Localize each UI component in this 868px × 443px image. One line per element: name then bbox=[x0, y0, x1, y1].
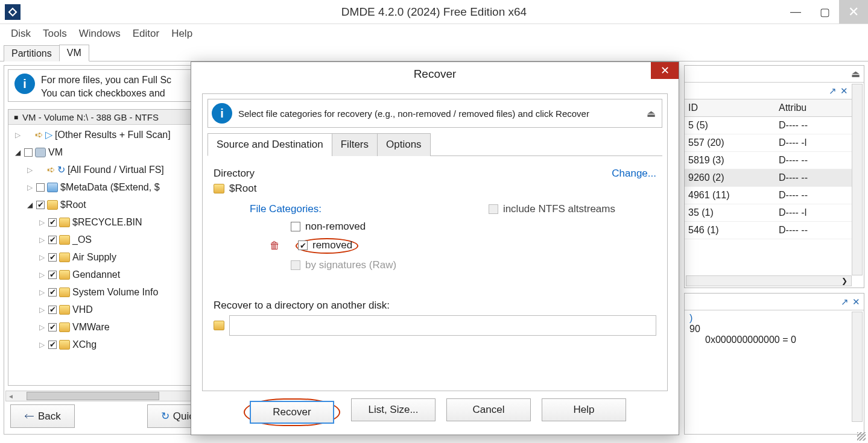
checkbox[interactable] bbox=[36, 166, 45, 174]
table-row[interactable]: 5 (5)D---- -- bbox=[685, 117, 852, 134]
folder-icon bbox=[59, 270, 70, 280]
close-icon[interactable]: ✕ bbox=[840, 86, 848, 96]
by-signatures-label: by signatures (Raw) bbox=[305, 259, 396, 271]
recover-destination-input[interactable] bbox=[229, 315, 656, 336]
eject-icon[interactable]: ⏏ bbox=[851, 68, 860, 80]
tree-label: [All Found / Virtual FS] bbox=[68, 165, 164, 175]
refresh-icon: ↻ bbox=[161, 410, 169, 423]
resize-grip[interactable] bbox=[857, 432, 866, 441]
table-row[interactable]: 4961 (11)D---- -- bbox=[685, 187, 852, 204]
expander-icon[interactable]: ▷ bbox=[37, 323, 46, 331]
menu-bar: Disk Tools Windows Editor Help bbox=[0, 24, 868, 43]
tab-options[interactable]: Options bbox=[377, 133, 431, 156]
change-link[interactable]: Change... bbox=[612, 168, 656, 180]
popout-icon[interactable]: ↗ bbox=[841, 297, 849, 307]
right-bottom-toolbar: ↗ ✕ bbox=[685, 294, 864, 310]
eject-icon[interactable]: ⏏ bbox=[647, 108, 656, 119]
expander-icon[interactable]: ▷ bbox=[37, 218, 46, 227]
checkbox[interactable] bbox=[48, 323, 57, 331]
table-row[interactable]: 35 (1)D---- -l bbox=[685, 204, 852, 222]
tree-label: $RECYCLE.BIN bbox=[72, 217, 142, 228]
recover-dialog: Recover ✕ i Select file categories for r… bbox=[191, 61, 679, 435]
dialog-close-button[interactable]: ✕ bbox=[651, 62, 679, 79]
include-altstreams-label: include NTFS altstreams bbox=[503, 203, 615, 215]
checkbox[interactable] bbox=[48, 253, 57, 262]
checkbox[interactable] bbox=[48, 218, 57, 227]
menu-disk[interactable]: Disk bbox=[6, 27, 36, 41]
folder-icon bbox=[214, 184, 224, 193]
expander-icon[interactable]: ▷ bbox=[37, 306, 46, 314]
non-removed-label: non-removed bbox=[305, 221, 366, 233]
close-button[interactable]: ✕ bbox=[839, 0, 868, 24]
checkbox[interactable] bbox=[36, 201, 45, 209]
expander-icon[interactable]: ▷ bbox=[25, 183, 34, 192]
checkbox[interactable] bbox=[48, 288, 57, 297]
folder-icon bbox=[59, 305, 70, 315]
table-row[interactable]: 557 (20)D---- -l bbox=[685, 134, 852, 152]
expander-icon[interactable]: ▷ bbox=[13, 131, 22, 139]
tree-label: $Root bbox=[60, 200, 86, 210]
expander-icon[interactable]: ▷ bbox=[37, 271, 46, 279]
recover-highlight: Recover bbox=[244, 398, 340, 426]
include-altstreams-checkbox[interactable] bbox=[489, 204, 498, 214]
expander-icon[interactable]: ◢ bbox=[13, 148, 22, 157]
menu-windows[interactable]: Windows bbox=[74, 27, 125, 41]
table-row[interactable]: 546 (1)D---- -- bbox=[685, 222, 852, 239]
directory-value: $Root bbox=[229, 183, 256, 195]
table-row[interactable]: 5819 (3)D---- -- bbox=[685, 152, 852, 169]
checkbox[interactable] bbox=[48, 341, 57, 349]
horizontal-scrollbar[interactable]: ❯ bbox=[686, 275, 852, 286]
cancel-button[interactable]: Cancel bbox=[446, 398, 531, 421]
help-button[interactable]: Help bbox=[542, 398, 626, 421]
expander-icon[interactable]: ◢ bbox=[25, 201, 34, 209]
checkbox[interactable] bbox=[48, 236, 57, 244]
checkbox[interactable] bbox=[48, 306, 57, 314]
dialog-buttons: Recover List, Size... Cancel Help bbox=[191, 398, 679, 426]
tree-label: System Volume Info bbox=[72, 287, 158, 298]
minimize-button[interactable]: — bbox=[781, 0, 810, 24]
checkbox[interactable] bbox=[24, 131, 33, 139]
table-head[interactable]: ID Attribu bbox=[685, 99, 852, 117]
tab-source-destination[interactable]: Source and Destination bbox=[207, 133, 332, 156]
disk-icon bbox=[35, 148, 46, 157]
menu-editor[interactable]: Editor bbox=[128, 27, 164, 41]
menu-tools[interactable]: Tools bbox=[38, 27, 72, 41]
removed-checkbox[interactable] bbox=[298, 240, 308, 250]
expander-icon[interactable]: ▷ bbox=[37, 253, 46, 262]
dialog-info-text: Select file categories for recovery (e.g… bbox=[238, 108, 636, 119]
checkbox[interactable] bbox=[36, 183, 45, 192]
recover-button[interactable]: Recover bbox=[250, 401, 334, 424]
hint-text: For more files, you can Full Sc You can … bbox=[41, 74, 171, 99]
tree-label: VM bbox=[48, 147, 63, 158]
refresh-icon: ↻ bbox=[57, 164, 65, 175]
table-row[interactable]: 9260 (2)D---- -- bbox=[685, 169, 852, 187]
folder-icon bbox=[47, 200, 58, 210]
expander-icon[interactable]: ▷ bbox=[37, 288, 46, 297]
tab-partitions[interactable]: Partitions bbox=[4, 45, 60, 61]
expander-icon[interactable]: ▷ bbox=[37, 341, 46, 349]
vertical-scrollbar[interactable] bbox=[852, 84, 863, 275]
checkbox[interactable] bbox=[24, 148, 33, 157]
maximize-button[interactable]: ▢ bbox=[810, 0, 839, 24]
right-bottom-body: ) 90 0x000000000000 = 0 bbox=[685, 310, 864, 348]
back-button[interactable]: 🡐 Back bbox=[10, 404, 75, 428]
checkbox[interactable] bbox=[48, 271, 57, 279]
vertical-scrollbar[interactable] bbox=[852, 312, 863, 422]
folder-icon[interactable] bbox=[214, 321, 224, 330]
tab-filters[interactable]: Filters bbox=[332, 133, 378, 156]
expander-icon[interactable]: ▷ bbox=[25, 166, 34, 174]
tab-vm[interactable]: VM bbox=[59, 45, 89, 61]
folder-icon bbox=[59, 322, 70, 332]
right-top-toolbar2: ↗ ✕ bbox=[685, 83, 852, 99]
non-removed-checkbox[interactable] bbox=[291, 222, 300, 231]
folder-icon bbox=[59, 287, 70, 297]
removed-highlight: removed bbox=[296, 238, 358, 254]
close-icon[interactable]: ✕ bbox=[852, 297, 860, 307]
expander-icon[interactable]: ▷ bbox=[37, 236, 46, 244]
folder-icon bbox=[59, 218, 70, 227]
tree-label: _OS bbox=[72, 234, 92, 245]
list-size-button[interactable]: List, Size... bbox=[351, 398, 436, 421]
menu-help[interactable]: Help bbox=[166, 27, 197, 41]
directory-label: Directory bbox=[214, 168, 255, 180]
popout-icon[interactable]: ↗ bbox=[829, 86, 837, 96]
